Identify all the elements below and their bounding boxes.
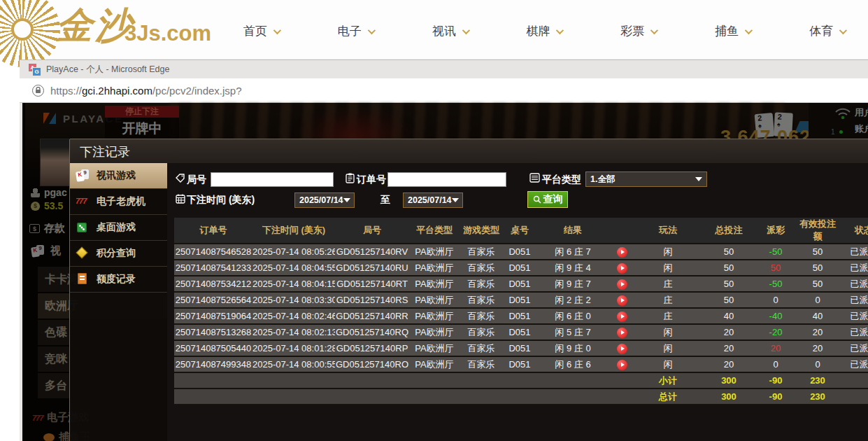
total-row: 总计 300 -90 230 (174, 388, 868, 405)
diamond-icon (76, 247, 91, 260)
window-title: PlayAce - 个人 - Microsoft Edge (46, 64, 169, 76)
browser-titlebar[interactable]: AG PlayAce - 个人 - Microsoft Edge (20, 60, 868, 78)
order-number-label: 订单号 (357, 174, 386, 186)
column-header: 结果 (536, 218, 609, 244)
lock-icon (32, 85, 44, 97)
modal-tab[interactable]: 额度记录 (70, 267, 167, 293)
play-video-icon[interactable] (617, 328, 627, 338)
column-header: 平台类型 (409, 218, 460, 244)
nav-item[interactable]: 视讯 (432, 23, 468, 39)
table-row: 250714087541233 2025-07-14 08:04:55 GD05… (174, 260, 868, 276)
site-logo-domain: 3Js.com (124, 21, 211, 46)
platform-type-select[interactable]: 1.全部 (585, 172, 707, 187)
play-video-icon[interactable] (617, 263, 627, 274)
dice-icon (76, 221, 91, 234)
modal-tab[interactable]: 积分查询 (70, 241, 167, 267)
date-from-picker[interactable]: 2025/07/14 (294, 192, 355, 208)
platform-type-label: 平台类型 (542, 174, 581, 186)
modal-content: 局号 订单号 平台类型 1.全部 下注时间 (167, 163, 868, 441)
modal-titlebar: 下注记录 (70, 139, 868, 163)
chevron-down-icon (368, 26, 376, 34)
playace-favicon-icon: AG (29, 64, 40, 75)
chevron-down-icon (462, 26, 469, 34)
modal-tab[interactable]: 桌面游戏 (70, 215, 167, 241)
column-header: 桌号 (503, 218, 536, 244)
table-row: 250714087505440 2025-07-14 08:01:28 GD05… (174, 340, 868, 356)
subtotal-row: 小计 300 -90 230 (174, 372, 868, 388)
table-row: 250714087526564 2025-07-14 08:03:30 GD05… (174, 292, 868, 308)
bet-time-label: 下注时间 (美东) (187, 194, 255, 206)
table-row: 250714087519064 2025-07-14 08:02:46 GD05… (174, 308, 868, 324)
clipboard-icon (346, 173, 355, 186)
chevron-down-icon (695, 177, 702, 181)
play-video-icon[interactable] (617, 360, 627, 370)
platform-list-icon (529, 173, 540, 186)
chevron-down-icon (273, 26, 281, 34)
column-header: 有效投注额 (795, 218, 840, 244)
column-header: 局号 (335, 218, 409, 244)
browser-window: AG PlayAce - 个人 - Microsoft Edge https:/… (20, 59, 868, 441)
play-video-icon[interactable] (617, 247, 627, 258)
column-header (609, 218, 634, 244)
table-body: 250714087546528 2025-07-14 08:05:26 GD05… (174, 244, 868, 372)
nav-item[interactable]: 首页 (243, 23, 279, 39)
column-header: 派彩 (756, 218, 795, 244)
chevron-down-icon (452, 198, 459, 202)
browser-urlbar[interactable]: https://gci.2hhapi.com/pc/pcv2/index.jsp… (20, 78, 868, 103)
bet-records-modal: 下注记录 视讯游戏 电子老虎机 桌面游戏 积分查询 额度记录 局号 (70, 139, 868, 441)
round-number-input[interactable] (211, 172, 334, 187)
play-video-icon[interactable] (617, 279, 627, 290)
chevron-down-icon (745, 26, 753, 34)
slot-icon (76, 195, 91, 208)
column-header: 状态 (840, 218, 868, 244)
round-number-label: 局号 (187, 174, 206, 186)
modal-tab-list: 视讯游戏 电子老虎机 桌面游戏 积分查询 额度记录 (70, 163, 167, 441)
table-row: 250714087534212 2025-07-14 08:04:15 GD05… (174, 276, 868, 292)
table-row: 250714087546528 2025-07-14 08:05:26 GD05… (174, 244, 868, 260)
search-button[interactable]: 查询 (527, 191, 568, 208)
calendar-icon (176, 194, 185, 206)
site-logo-cn: 金沙 (56, 1, 134, 50)
play-video-icon[interactable] (617, 295, 627, 306)
table-row: 250714087499348 2025-07-14 08:00:55 GD05… (174, 356, 868, 372)
chevron-down-icon (650, 26, 658, 34)
date-to-picker[interactable]: 2025/07/14 (403, 192, 463, 208)
url-text[interactable]: https://gci.2hhapi.com/pc/pcv2/index.jsp… (50, 85, 242, 97)
nav-item[interactable]: 棋牌 (526, 23, 562, 39)
play-video-icon[interactable] (617, 312, 627, 322)
table-header-row: 订单号下注时间 (美东)局号平台类型游戏类型桌号结果玩法总投注派彩有效投注额状态 (174, 218, 868, 244)
chevron-down-icon (556, 26, 564, 34)
modal-title: 下注记录 (80, 144, 130, 160)
game-page: PLAYACE 停止下注 开牌中 2♠ 2♠ 3,647,062.96 用户名称… (20, 103, 868, 441)
subtotal-label: 小计 (634, 372, 702, 388)
document-icon (76, 273, 91, 286)
chevron-down-icon (343, 198, 350, 202)
column-header: 游戏类型 (460, 218, 503, 244)
to-label: 至 (380, 194, 390, 206)
table-row: 250714087513268 2025-07-14 08:02:13 GD05… (174, 324, 868, 340)
play-video-icon[interactable] (617, 344, 627, 354)
nav-item[interactable]: 体育 (809, 23, 845, 39)
main-nav: 首页 电子 视讯 棋牌 彩票 捕鱼 体育 (243, 23, 845, 39)
column-header: 玩法 (634, 218, 702, 244)
site-header: 金沙 3Js.com 首页 电子 视讯 棋牌 彩票 捕鱼 体育 (0, 0, 868, 59)
order-number-input[interactable] (387, 172, 506, 187)
column-header: 订单号 (174, 218, 252, 244)
chevron-down-icon (839, 26, 847, 34)
nav-item[interactable]: 捕鱼 (715, 23, 750, 39)
bet-records-table: 订单号下注时间 (美东)局号平台类型游戏类型桌号结果玩法总投注派彩有效投注额状态… (174, 218, 868, 405)
nav-item[interactable]: 彩票 (620, 23, 656, 39)
site-sun-logo-icon (0, 0, 60, 67)
column-header: 总投注 (702, 218, 756, 244)
column-header: 下注时间 (美东) (252, 218, 335, 244)
search-icon (533, 195, 541, 204)
tag-icon (176, 174, 185, 186)
modal-tab[interactable]: 电子老虎机 (70, 189, 167, 215)
nav-item[interactable]: 电子 (338, 23, 373, 39)
total-label: 总计 (634, 388, 702, 405)
modal-tab[interactable]: 视讯游戏 (70, 163, 167, 189)
cards-icon (76, 169, 91, 182)
